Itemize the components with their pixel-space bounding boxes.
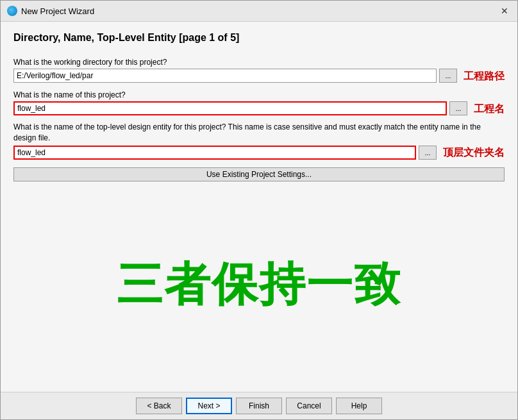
page-heading: Directory, Name, Top-Level Entity [page …: [13, 32, 505, 44]
top-level-input[interactable]: [13, 146, 416, 160]
use-existing-button[interactable]: Use Existing Project Settings...: [13, 167, 505, 181]
working-dir-browse-btn[interactable]: ...: [439, 69, 457, 83]
cancel-button[interactable]: Cancel: [286, 398, 332, 414]
overlay-text: 三者保持一致: [117, 254, 401, 315]
project-name-input-row: ...: [13, 101, 467, 115]
working-dir-label: What is the working directory for this p…: [13, 58, 505, 67]
back-button[interactable]: < Back: [136, 398, 182, 414]
title-bar: New Project Wizard ✕: [1, 1, 517, 22]
help-button[interactable]: Help: [336, 398, 382, 414]
project-name-input[interactable]: [13, 101, 447, 115]
finish-button[interactable]: Finish: [236, 398, 282, 414]
title-bar-left: New Project Wizard: [7, 6, 94, 16]
app-icon: [7, 6, 17, 16]
top-level-browse-btn[interactable]: ...: [419, 146, 437, 160]
working-dir-input-row: ...: [13, 69, 457, 83]
close-button[interactable]: ✕: [498, 4, 511, 17]
top-level-annotation: 顶层文件夹名: [443, 146, 505, 160]
project-name-label: What is the name of this project?: [13, 90, 505, 99]
top-level-label: What is the name of the top-level design…: [13, 122, 505, 144]
window-title: New Project Wizard: [21, 6, 94, 16]
wizard-window: New Project Wizard ✕ Directory, Name, To…: [0, 0, 518, 420]
top-level-input-row: ...: [13, 146, 437, 160]
project-name-annotation: 工程名: [474, 103, 505, 116]
overlay-area: 三者保持一致: [13, 188, 505, 382]
next-button[interactable]: Next >: [186, 398, 232, 414]
top-level-row: ... 顶层文件夹名: [13, 146, 505, 161]
project-name-row: ... 工程名: [13, 101, 505, 117]
working-dir-input[interactable]: [13, 69, 437, 83]
footer: < Back Next > Finish Cancel Help: [1, 392, 517, 419]
project-name-browse-btn[interactable]: ...: [449, 101, 467, 115]
working-dir-annotation: 工程路径: [464, 70, 505, 83]
working-dir-row: ... 工程路径: [13, 69, 505, 84]
content-area: Directory, Name, Top-Level Entity [page …: [1, 22, 517, 392]
